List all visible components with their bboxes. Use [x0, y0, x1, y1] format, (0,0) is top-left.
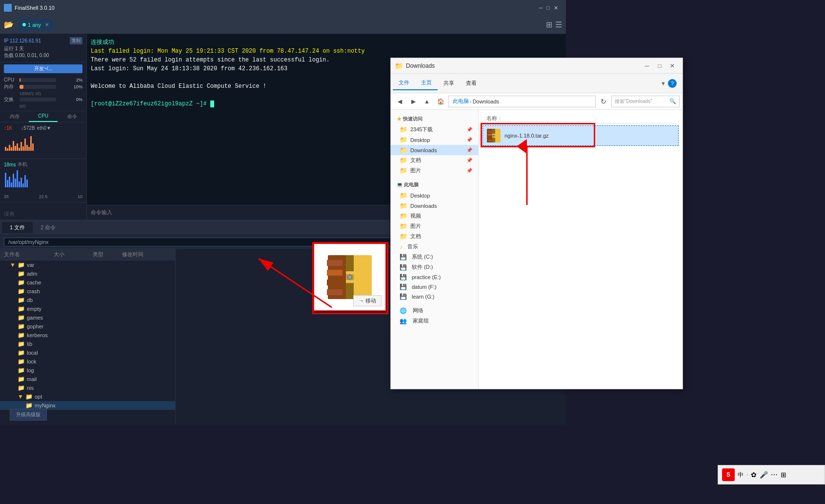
label-pc-videos: 视频: [410, 212, 421, 220]
ime-more-btn[interactable]: ⋯: [771, 471, 778, 479]
sidebar-item-downloads[interactable]: 📁 Downloads 📌: [391, 145, 478, 155]
sidebar-drive-g[interactable]: 💾 learn (G:): [391, 292, 478, 302]
move-file-btn[interactable]: → 移动: [353, 295, 382, 306]
folder-icon-lock: 📁: [18, 358, 25, 365]
tree-item-nis[interactable]: 📁 nis: [0, 383, 175, 392]
label-pc-docs: 文档: [410, 233, 421, 240]
explorer-tab-file[interactable]: 文件: [393, 76, 415, 90]
file-item-nginx[interactable]: nginx-1.18.0.tar.gz: [483, 125, 679, 146]
network-down: ↓572B: [21, 125, 35, 131]
sidebar-pc-desktop[interactable]: 📁 Desktop: [391, 190, 478, 201]
sidebar-item-2345[interactable]: 📁 2345下载 📌: [391, 124, 478, 135]
tree-item-local[interactable]: 📁 local: [0, 348, 175, 357]
explorer-path-bar[interactable]: 此电脑 › Downloads: [448, 96, 596, 107]
tab-close-btn[interactable]: ✕: [45, 22, 49, 27]
sidebar-homegroup[interactable]: 👥 家庭组: [391, 316, 478, 326]
tree-item-adm[interactable]: 📁 adm: [0, 269, 175, 278]
sidebar-pc-downloads[interactable]: 📁 Downloads: [391, 201, 478, 211]
toolbar: 📂 1 any ✕ ⊞ ☰: [0, 16, 566, 34]
mem-tab[interactable]: 内存: [0, 111, 29, 122]
sidebar-network[interactable]: 🌐 网络: [391, 305, 478, 316]
pin-icon-downloads: 📌: [466, 147, 472, 153]
maximize-btn[interactable]: □: [546, 5, 550, 11]
explorer-tab-share[interactable]: 共享: [438, 77, 460, 90]
tree-item-lib[interactable]: 📁 lib: [0, 340, 175, 348]
up-btn[interactable]: ▲: [421, 96, 433, 107]
cpu-label: CPU: [4, 77, 18, 82]
tree-label-gopher: gopher: [27, 323, 43, 329]
ime-mode[interactable]: 中: [738, 471, 744, 479]
tree-label-lock: lock: [27, 359, 37, 364]
tree-item-kerberos[interactable]: 📁 kerberos: [0, 331, 175, 340]
forward-btn[interactable]: ▶: [407, 96, 419, 107]
sidebar-pc-docs[interactable]: 📁 文档: [391, 231, 478, 242]
sidebar-drive-e[interactable]: 💾 practice (E:): [391, 272, 478, 282]
svg-rect-5: [488, 140, 493, 141]
tree-item-db[interactable]: 📁 db: [0, 296, 175, 304]
sidebar-pc-pics[interactable]: 📁 图片: [391, 221, 478, 231]
folder-icon-nis: 📁: [18, 384, 25, 391]
folder-icon-downloads-sidebar: 📁: [400, 146, 407, 154]
latency-chart: [4, 169, 82, 193]
folder-icon-pc-docs2: 📁: [400, 233, 407, 240]
tree-item-var[interactable]: ▼ 📁 var: [0, 261, 175, 269]
folder-icon-docs: 📁: [400, 157, 407, 164]
help-btn[interactable]: ?: [668, 79, 677, 88]
ime-mic-btn[interactable]: 🎤: [760, 471, 768, 479]
refresh-btn[interactable]: ↻: [598, 96, 609, 107]
tree-item-log[interactable]: 📁 log: [0, 366, 175, 375]
copy-ip-btn[interactable]: 复制: [70, 37, 82, 44]
list-icon[interactable]: ☰: [555, 20, 562, 29]
tree-item-empty[interactable]: 📁 empty: [0, 304, 175, 313]
sidebar-drive-d[interactable]: 💾 软件 (D:): [391, 262, 478, 272]
folder-icon-log: 📁: [18, 367, 25, 374]
close-btn[interactable]: ✕: [554, 5, 558, 11]
sidebar-pc-videos[interactable]: 📁 视频: [391, 211, 478, 221]
network-interface[interactable]: eth0▼: [37, 125, 51, 131]
bottom-tab-cmd[interactable]: 2 命令: [33, 222, 63, 233]
mem-detail: 189M/1.9G: [4, 91, 82, 96]
tree-item-opt[interactable]: ▼ 📁 opt: [0, 392, 175, 401]
sidebar-item-pics[interactable]: 📁 图片 📌: [391, 165, 478, 176]
folder-nav-icon[interactable]: 📂: [4, 20, 14, 29]
tree-item-lock[interactable]: 📁 lock: [0, 357, 175, 366]
tab-bar: 1 any ✕: [16, 18, 544, 32]
sidebar-drive-c[interactable]: 💾 系统 (C:): [391, 252, 478, 262]
sidebar-pc-music[interactable]: ♪ 音乐: [391, 242, 478, 252]
grid-icon[interactable]: ⊞: [546, 20, 552, 29]
tree-item-crash[interactable]: 📁 crash: [0, 287, 175, 296]
cmd-tab[interactable]: 命令: [58, 111, 86, 122]
tree-item-games[interactable]: 📁 games: [0, 313, 175, 322]
sidebar-item-desktop[interactable]: 📁 Desktop 📌: [391, 135, 478, 145]
tree-item-mail[interactable]: 📁 mail: [0, 375, 175, 383]
explorer-close-btn[interactable]: ✕: [666, 60, 679, 72]
home-nav-btn[interactable]: 🏠: [435, 96, 446, 107]
swap-detail: 0/0: [4, 104, 82, 109]
cpu-tab[interactable]: CPU: [29, 111, 58, 122]
folder-icon-pc-videos: 📁: [400, 212, 407, 220]
open-home-btn[interactable]: 开发~/...: [4, 64, 82, 73]
sidebar-label-2345: 2345下载: [410, 126, 433, 133]
folder-icon-db: 📁: [18, 297, 25, 303]
lat-val3: 10: [78, 194, 82, 199]
path-downloads: Downloads: [473, 99, 499, 104]
explorer-minimize-btn[interactable]: ─: [641, 60, 653, 72]
tab-1-any[interactable]: 1 any ✕: [18, 19, 54, 31]
folder-icon-games: 📁: [18, 314, 25, 321]
folder-icon-pc-desktop: 📁: [400, 192, 407, 199]
explorer-tab-view[interactable]: 查看: [460, 77, 483, 90]
explorer-maximize-btn[interactable]: □: [653, 60, 666, 72]
tree-label-crash: crash: [27, 288, 40, 294]
ime-emoji-btn[interactable]: ✿: [751, 471, 757, 479]
sidebar-item-docs[interactable]: 📁 文档 📌: [391, 155, 478, 165]
back-btn[interactable]: ◀: [394, 96, 405, 107]
ime-grid-btn[interactable]: ⊞: [781, 471, 786, 479]
tree-item-gopher[interactable]: 📁 gopher: [0, 322, 175, 331]
bottom-tab-file[interactable]: 1 文件: [2, 222, 33, 233]
explorer-tab-home[interactable]: 主页: [415, 76, 438, 90]
tree-item-cache[interactable]: 📁 cache: [0, 278, 175, 287]
expand-ribbon-btn[interactable]: ▼: [661, 81, 666, 86]
sidebar-drive-f[interactable]: 💾 datum (F:): [391, 282, 478, 292]
explorer-search-bar[interactable]: 搜索"Downloads" 🔍: [611, 96, 680, 107]
minimize-btn[interactable]: ─: [539, 5, 543, 11]
